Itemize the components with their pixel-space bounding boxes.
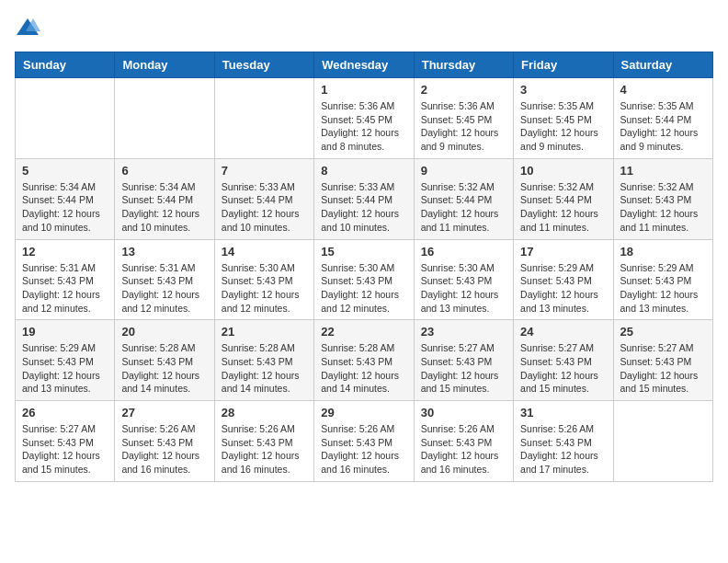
day-number: 18 [620, 245, 706, 259]
day-number: 1 [321, 83, 406, 97]
calendar-cell: 24Sunrise: 5:27 AM Sunset: 5:43 PM Dayli… [514, 320, 613, 401]
day-number: 15 [321, 245, 406, 259]
weekday-header-cell: Wednesday [314, 52, 414, 78]
day-info: Sunrise: 5:28 AM Sunset: 5:43 PM Dayligh… [222, 341, 307, 396]
day-info: Sunrise: 5:27 AM Sunset: 5:43 PM Dayligh… [620, 341, 706, 396]
weekday-header-cell: Monday [115, 52, 214, 78]
calendar-cell: 26Sunrise: 5:27 AM Sunset: 5:43 PM Dayli… [16, 401, 115, 482]
day-number: 31 [520, 406, 606, 419]
weekday-header-cell: Tuesday [214, 52, 313, 78]
calendar-cell [613, 401, 712, 482]
calendar-table: SundayMondayTuesdayWednesdayThursdayFrid… [15, 52, 713, 482]
calendar-week-row: 1Sunrise: 5:36 AM Sunset: 5:45 PM Daylig… [16, 78, 713, 159]
day-info: Sunrise: 5:27 AM Sunset: 5:43 PM Dayligh… [520, 341, 606, 396]
day-info: Sunrise: 5:36 AM Sunset: 5:45 PM Dayligh… [421, 99, 506, 154]
day-info: Sunrise: 5:29 AM Sunset: 5:43 PM Dayligh… [520, 261, 606, 316]
day-info: Sunrise: 5:26 AM Sunset: 5:43 PM Dayligh… [121, 422, 207, 477]
day-number: 12 [22, 245, 108, 259]
day-number: 20 [121, 325, 207, 339]
day-number: 6 [121, 164, 207, 178]
calendar-week-row: 19Sunrise: 5:29 AM Sunset: 5:43 PM Dayli… [16, 320, 713, 401]
weekday-header-row: SundayMondayTuesdayWednesdayThursdayFrid… [16, 52, 713, 78]
day-info: Sunrise: 5:30 AM Sunset: 5:43 PM Dayligh… [321, 261, 406, 316]
weekday-header-cell: Sunday [16, 52, 115, 78]
calendar-cell: 4Sunrise: 5:35 AM Sunset: 5:44 PM Daylig… [613, 78, 712, 159]
day-number: 30 [421, 406, 506, 419]
day-info: Sunrise: 5:34 AM Sunset: 5:44 PM Dayligh… [22, 180, 108, 235]
day-info: Sunrise: 5:26 AM Sunset: 5:43 PM Dayligh… [321, 422, 406, 477]
day-number: 17 [520, 245, 606, 259]
calendar-cell: 8Sunrise: 5:33 AM Sunset: 5:44 PM Daylig… [314, 158, 414, 239]
day-number: 8 [321, 164, 406, 178]
day-info: Sunrise: 5:33 AM Sunset: 5:44 PM Dayligh… [321, 180, 406, 235]
calendar-cell: 6Sunrise: 5:34 AM Sunset: 5:44 PM Daylig… [115, 158, 214, 239]
calendar-cell: 18Sunrise: 5:29 AM Sunset: 5:43 PM Dayli… [613, 239, 712, 320]
logo [15, 15, 44, 40]
day-number: 21 [222, 325, 307, 339]
day-info: Sunrise: 5:36 AM Sunset: 5:45 PM Dayligh… [321, 99, 406, 154]
calendar-week-row: 12Sunrise: 5:31 AM Sunset: 5:43 PM Dayli… [16, 239, 713, 320]
calendar-cell [214, 78, 313, 159]
calendar-cell [115, 78, 214, 159]
day-number: 7 [222, 164, 307, 178]
day-info: Sunrise: 5:30 AM Sunset: 5:43 PM Dayligh… [222, 261, 307, 316]
calendar-cell: 30Sunrise: 5:26 AM Sunset: 5:43 PM Dayli… [414, 401, 513, 482]
calendar-cell: 2Sunrise: 5:36 AM Sunset: 5:45 PM Daylig… [414, 78, 513, 159]
day-info: Sunrise: 5:26 AM Sunset: 5:43 PM Dayligh… [421, 422, 506, 477]
day-number: 19 [22, 325, 108, 339]
day-info: Sunrise: 5:28 AM Sunset: 5:43 PM Dayligh… [121, 341, 207, 396]
day-info: Sunrise: 5:29 AM Sunset: 5:43 PM Dayligh… [22, 341, 108, 396]
calendar-cell: 5Sunrise: 5:34 AM Sunset: 5:44 PM Daylig… [16, 158, 115, 239]
day-number: 23 [421, 325, 506, 339]
logo-icon [15, 15, 40, 40]
weekday-header-cell: Friday [514, 52, 613, 78]
day-info: Sunrise: 5:28 AM Sunset: 5:43 PM Dayligh… [321, 341, 406, 396]
calendar-cell: 1Sunrise: 5:36 AM Sunset: 5:45 PM Daylig… [314, 78, 414, 159]
calendar-cell: 25Sunrise: 5:27 AM Sunset: 5:43 PM Dayli… [613, 320, 712, 401]
calendar-cell: 12Sunrise: 5:31 AM Sunset: 5:43 PM Dayli… [16, 239, 115, 320]
calendar-cell: 10Sunrise: 5:32 AM Sunset: 5:44 PM Dayli… [514, 158, 613, 239]
day-number: 24 [520, 325, 606, 339]
day-number: 22 [321, 325, 406, 339]
day-number: 9 [421, 164, 506, 178]
day-number: 13 [121, 245, 207, 259]
calendar-cell: 19Sunrise: 5:29 AM Sunset: 5:43 PM Dayli… [16, 320, 115, 401]
calendar-cell: 20Sunrise: 5:28 AM Sunset: 5:43 PM Dayli… [115, 320, 214, 401]
weekday-header-cell: Thursday [414, 52, 513, 78]
day-info: Sunrise: 5:27 AM Sunset: 5:43 PM Dayligh… [421, 341, 506, 396]
calendar-cell: 31Sunrise: 5:26 AM Sunset: 5:43 PM Dayli… [514, 401, 613, 482]
day-number: 3 [520, 83, 606, 97]
day-info: Sunrise: 5:31 AM Sunset: 5:43 PM Dayligh… [22, 261, 108, 316]
day-number: 25 [620, 325, 706, 339]
calendar-cell: 11Sunrise: 5:32 AM Sunset: 5:43 PM Dayli… [613, 158, 712, 239]
calendar-cell: 15Sunrise: 5:30 AM Sunset: 5:43 PM Dayli… [314, 239, 414, 320]
calendar-week-row: 26Sunrise: 5:27 AM Sunset: 5:43 PM Dayli… [16, 401, 713, 482]
calendar-cell: 21Sunrise: 5:28 AM Sunset: 5:43 PM Dayli… [214, 320, 313, 401]
calendar-cell: 29Sunrise: 5:26 AM Sunset: 5:43 PM Dayli… [314, 401, 414, 482]
day-number: 2 [421, 83, 506, 97]
day-info: Sunrise: 5:26 AM Sunset: 5:43 PM Dayligh… [222, 422, 307, 477]
day-info: Sunrise: 5:32 AM Sunset: 5:44 PM Dayligh… [421, 180, 506, 235]
calendar-cell: 27Sunrise: 5:26 AM Sunset: 5:43 PM Dayli… [115, 401, 214, 482]
day-info: Sunrise: 5:34 AM Sunset: 5:44 PM Dayligh… [121, 180, 207, 235]
calendar-cell: 17Sunrise: 5:29 AM Sunset: 5:43 PM Dayli… [514, 239, 613, 320]
calendar-cell: 16Sunrise: 5:30 AM Sunset: 5:43 PM Dayli… [414, 239, 513, 320]
day-number: 27 [121, 406, 207, 419]
day-info: Sunrise: 5:26 AM Sunset: 5:43 PM Dayligh… [520, 422, 606, 477]
day-number: 11 [620, 164, 706, 178]
calendar-cell: 13Sunrise: 5:31 AM Sunset: 5:43 PM Dayli… [115, 239, 214, 320]
weekday-header-cell: Saturday [613, 52, 712, 78]
day-info: Sunrise: 5:35 AM Sunset: 5:45 PM Dayligh… [520, 99, 606, 154]
day-number: 29 [321, 406, 406, 419]
day-info: Sunrise: 5:32 AM Sunset: 5:43 PM Dayligh… [620, 180, 706, 235]
calendar-cell: 22Sunrise: 5:28 AM Sunset: 5:43 PM Dayli… [314, 320, 414, 401]
calendar-cell: 3Sunrise: 5:35 AM Sunset: 5:45 PM Daylig… [514, 78, 613, 159]
calendar-cell: 7Sunrise: 5:33 AM Sunset: 5:44 PM Daylig… [214, 158, 313, 239]
calendar-cell: 23Sunrise: 5:27 AM Sunset: 5:43 PM Dayli… [414, 320, 513, 401]
day-number: 14 [222, 245, 307, 259]
calendar-cell: 14Sunrise: 5:30 AM Sunset: 5:43 PM Dayli… [214, 239, 313, 320]
calendar-cell [16, 78, 115, 159]
day-info: Sunrise: 5:27 AM Sunset: 5:43 PM Dayligh… [22, 422, 108, 477]
day-number: 26 [22, 406, 108, 419]
day-number: 10 [520, 164, 606, 178]
